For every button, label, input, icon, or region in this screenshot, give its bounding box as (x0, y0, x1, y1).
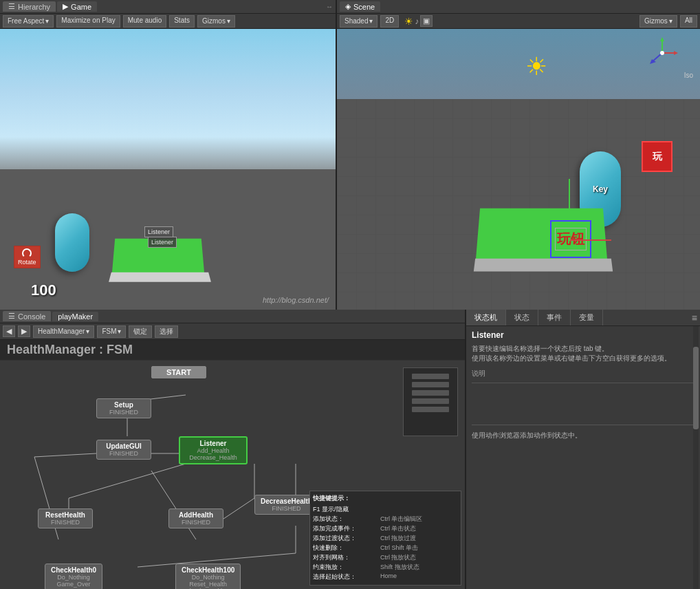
right-tab-events[interactable]: 事件 (538, 310, 571, 325)
rotate-label: Rotate (18, 259, 36, 266)
pm-tab-bar: ☰ Console playMaker (0, 310, 465, 323)
fsm-object-label: HealthManager (38, 328, 85, 335)
tab-scene[interactable]: ◈ Scene (340, 1, 380, 12)
tab-console[interactable]: ☰ Console (3, 311, 51, 321)
pm-hint-key-5: 对齐到网格： (313, 553, 375, 562)
pm-lock-btn[interactable]: 锁定 (129, 325, 152, 338)
fsm-name-dropdown[interactable]: FSM ▾ (97, 325, 126, 338)
shaded-dropdown[interactable]: Shaded ▾ (340, 15, 378, 28)
panel-resize-handle[interactable]: ↔ (326, 3, 333, 10)
game-viewport: Rotate Listener Listener 100 http://blog… (0, 29, 336, 310)
scene-gizmo (645, 36, 679, 70)
listener-label-1: Listener (144, 226, 173, 237)
pm-hint-val-7: Home (380, 572, 397, 581)
pm-hint-row-6: 约束拖放： Shift 拖放状态 (313, 563, 458, 572)
pm-hint-key-0: F1 显示/隐藏 (313, 505, 375, 514)
svg-point-6 (660, 51, 664, 55)
fsm-node-listener[interactable]: Listener Add_Health Decrease_Health (179, 436, 248, 464)
right-tab-state-machine[interactable]: 状态机 (466, 310, 506, 325)
playmaker-tab-label: playMaker (58, 312, 93, 321)
scene-tab-label: Scene (353, 3, 375, 11)
stats-btn[interactable]: Stats (169, 15, 195, 28)
gizmos-scene-dropdown[interactable]: Gizmos ▾ (639, 15, 677, 28)
mute-audio-btn[interactable]: Mute audio (123, 15, 166, 28)
right-tab-state[interactable]: 状态 (506, 310, 538, 325)
key-capsule-label: Key (593, 184, 608, 194)
pm-hint-row-3: 添加过渡状态： Ctrl 拖放过渡 (313, 534, 458, 543)
free-aspect-dropdown[interactable]: Free Aspect ▾ (3, 15, 54, 28)
capsule-object (55, 213, 89, 272)
fsm-node-setup[interactable]: Setup FINISHED (96, 398, 151, 418)
pm-hint-val-5: Ctrl 拖放状态 (380, 553, 417, 562)
game-controls-bar: Free Aspect ▾ Maximize on Play Mute audi… (0, 14, 336, 29)
pm-hint-val-6: Shift 拖放状态 (380, 563, 419, 572)
pm-hint-row-2: 添加完成事件： Ctrl 单击状态 (313, 524, 458, 533)
fsm-node-update-gui[interactable]: UpdateGUI FINISHED (96, 440, 151, 460)
pm-controls-bar: ◀ ▶ HealthManager ▾ FSM ▾ 锁定 选择 (0, 323, 465, 340)
note-label: 说明 (472, 369, 694, 378)
mini-block-4 (412, 398, 450, 404)
game-tab-label: Game (71, 3, 91, 11)
console-tab-label: Console (18, 312, 45, 321)
tab-game[interactable]: ▶ Game (57, 1, 97, 12)
tab-hierarchy[interactable]: ☰ Hierarchy (3, 1, 56, 12)
fsm-node-add-health[interactable]: AddHealth FINISHED (168, 508, 223, 528)
fsm-object-dropdown[interactable]: HealthManager ▾ (33, 325, 94, 338)
pm-hint-row-0: F1 显示/隐藏 (313, 505, 458, 514)
pm-hint-row-7: 选择起始状态： Home (313, 572, 458, 581)
bottom-section: ☰ Console playMaker ◀ ▶ HealthManager ▾ … (0, 310, 700, 589)
gizmos-game-dropdown[interactable]: Gizmos ▾ (197, 15, 235, 28)
pm-mini-preview (403, 367, 458, 436)
hierarchy-icon: ☰ (8, 2, 15, 11)
scene-sun-icon: ☀ (523, 53, 550, 81)
mini-block-3 (412, 390, 450, 396)
playmaker-panel: ☰ Console playMaker ◀ ▶ HealthManager ▾ … (0, 310, 466, 589)
scrollbar-thumb[interactable] (693, 347, 699, 429)
mini-block-2 (412, 382, 450, 387)
pm-forward-btn[interactable]: ▶ (18, 325, 30, 337)
pm-hint-val-3: Ctrl 拖放过渡 (380, 534, 417, 543)
fsm-node-start[interactable]: START (151, 366, 206, 378)
transform-handle-right (570, 239, 611, 241)
console-icon: ☰ (8, 312, 15, 321)
rotate-button[interactable]: Rotate (14, 246, 41, 268)
right-tabs-bar: 状态机 状态 事件 变量 ≡ (466, 310, 700, 326)
pm-back-btn[interactable]: ◀ (3, 325, 15, 337)
pm-select-btn[interactable]: 选择 (155, 325, 178, 338)
right-panel-content: Listener 首要快速编辑名称选择一个状态后按 tab 键。 使用该名称旁边… (466, 326, 700, 589)
pm-hints-title: 快捷键提示： (313, 494, 458, 503)
right-panel-options-btn[interactable]: ≡ (689, 310, 700, 325)
2d-mode-btn[interactable]: 2D (380, 15, 399, 28)
red-char-text: 玩 (653, 151, 662, 163)
right-panel: 状态机 状态 事件 变量 ≡ Listener 首要快速编辑名称选择一个状态后按… (466, 310, 700, 589)
svg-marker-3 (674, 51, 678, 55)
free-aspect-arrow: ▾ (45, 17, 49, 25)
fsm-node-reset-health[interactable]: ResetHealth FINISHED (38, 508, 93, 528)
maximize-on-play-btn[interactable]: Maximize on Play (56, 15, 120, 28)
browser-hint-text: 使用动作浏览器添加动作到状态中。 (472, 431, 694, 440)
all-btn[interactable]: All (680, 15, 697, 28)
mini-block-1 (412, 374, 450, 379)
svg-marker-1 (660, 37, 664, 41)
rotate-icon (22, 248, 32, 258)
pm-canvas[interactable]: START Setup FINISHED UpdateGUI FINISHED … (0, 361, 465, 589)
fsm-node-check-health100[interactable]: CheckHealth100 Do_Nothing Reset_Health C… (175, 564, 241, 589)
pm-hint-row-5: 对齐到网格： Ctrl 拖放状态 (313, 553, 458, 562)
free-aspect-label: Free Aspect (8, 17, 44, 25)
right-tab-variables[interactable]: 变量 (571, 310, 603, 325)
fsm-node-check-health0[interactable]: CheckHealth0 Do_Nothing Game_Over (45, 564, 102, 589)
gizmos-game-arrow: ▾ (227, 17, 230, 25)
pm-hint-key-3: 添加过渡状态： (313, 534, 375, 543)
divider-1 (472, 383, 694, 383)
transform-handle-up (569, 179, 570, 220)
game-sky (0, 29, 336, 183)
scene-grid (337, 99, 700, 310)
pm-hint-val-2: Ctrl 单击状态 (380, 524, 417, 533)
right-scrollbar[interactable] (693, 326, 699, 589)
pm-title: HealthManager : FSM (7, 343, 133, 357)
scene-panel: ◈ Scene Shaded ▾ 2D ☀ ♪ ▣ Gizmos ▾ All (337, 0, 700, 310)
game-watermark: http://blog.csdn.net/ (263, 296, 329, 304)
game-panel: ☰ Hierarchy ▶ Game ↔ Free Aspect ▾ Maxim… (0, 0, 337, 310)
tab-playmaker[interactable]: playMaker (52, 312, 98, 321)
options-icon: ≡ (692, 312, 697, 323)
